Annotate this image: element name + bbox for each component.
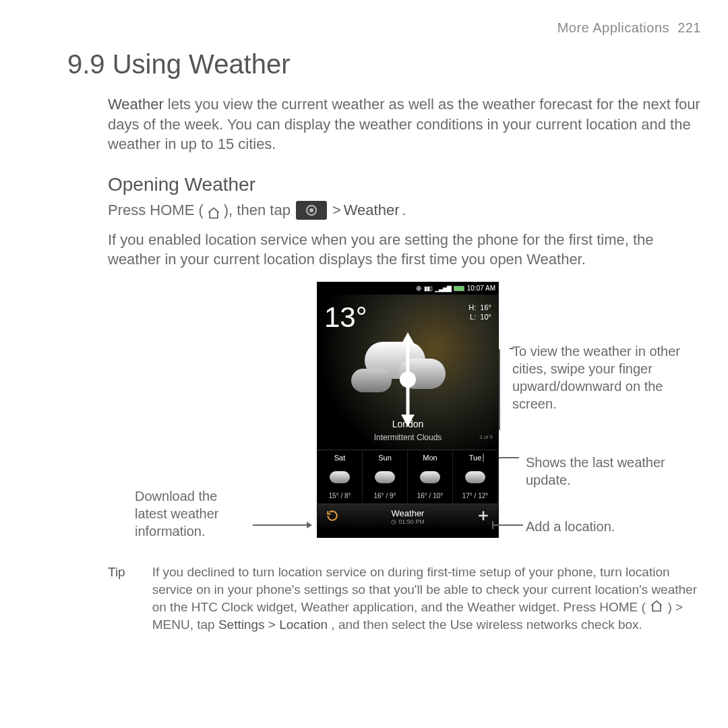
page-title: 9.9 Using Weather (67, 49, 701, 80)
fc-day: Tue (469, 453, 482, 463)
bottom-bar-title: Weather (391, 509, 425, 518)
statusbar-time: 10:07 AM (467, 284, 495, 293)
gps-icon: ⊕ (416, 284, 421, 293)
open-weather-instruction: Press HOME ( ), then tap > Weather. (108, 200, 701, 220)
forecast-day[interactable]: Tue 17° / 12° (453, 450, 498, 504)
txt: Press HOME ( (108, 200, 204, 220)
callout-swipe: To view the weather in other cities, swi… (512, 342, 681, 413)
last-update-time: 01:50 PM (398, 519, 425, 526)
running-header: More Applications 221 (67, 20, 701, 36)
subheading-opening-weather: Opening Weather (108, 172, 701, 198)
phone-screenshot: ⊕ ▮▮▯ ▁▃▅▇ 10:07 AM 13° H: 16° L: 10° Lo (317, 282, 499, 538)
txt: > (332, 200, 341, 220)
fc-temp: 17° / 12° (462, 491, 489, 501)
leader-line (483, 454, 484, 462)
leader-line (499, 349, 500, 430)
signal-bars-icon: ▁▃▅▇ (435, 284, 451, 293)
cloud-icon (375, 471, 395, 483)
hi-label: H: (468, 303, 476, 311)
forecast-row: Sat 15° / 8° Sun 16° / 9° Mon 16° / 10° (317, 450, 498, 504)
txt: , and then select the Use wireless netwo… (331, 617, 642, 632)
signal-icon: ▮▮▯ (424, 284, 432, 293)
refresh-icon[interactable] (326, 508, 339, 528)
txt: ), then tap (224, 200, 291, 220)
fc-day: Mon (423, 453, 437, 463)
hi-val: 16° (480, 303, 491, 311)
page-number: 221 (677, 20, 701, 35)
fc-temp: 16° / 10° (417, 491, 444, 501)
cloud-icon (465, 471, 485, 483)
cloud-icon (330, 471, 350, 483)
leader-line (492, 524, 523, 526)
current-temp: 13° (324, 299, 367, 337)
leader-line (253, 524, 311, 526)
weather-description: Intermittent Clouds (317, 432, 498, 443)
add-location-icon[interactable] (477, 508, 490, 528)
clock-icon: ◷ (391, 519, 396, 526)
txt: If you declined to turn location service… (152, 565, 697, 614)
fc-day: Sat (334, 453, 346, 463)
fc-temp: 16° / 9° (373, 491, 396, 501)
home-icon (649, 599, 664, 613)
txt: . (402, 200, 406, 220)
cloud-icon (351, 369, 392, 392)
callout-last-update: Shows the last weather update. (526, 454, 694, 489)
weather-figure: ⊕ ▮▮▯ ▁▃▅▇ 10:07 AM 13° H: 16° L: 10° Lo (108, 282, 701, 551)
section-name: More Applications (557, 20, 669, 35)
leader-line (492, 521, 493, 529)
fc-temp: 15° / 8° (328, 491, 351, 501)
settings-location-path: Settings > Location (218, 617, 328, 632)
leader-line (499, 457, 519, 458)
lo-val: 10° (480, 313, 491, 321)
leader-line (510, 348, 514, 349)
callout-add-location: Add a location. (526, 518, 674, 535)
tip-body: If you declined to turn location service… (152, 564, 701, 634)
bottom-bar-center: Weather ◷01:50 PM (391, 509, 425, 525)
city-counter: 3 of 5 (479, 434, 493, 442)
intro-paragraph: Weather lets you view the current weathe… (108, 94, 701, 154)
tip-block: Tip If you declined to turn location ser… (108, 564, 701, 634)
fc-day: Sun (378, 453, 392, 463)
weather-main-pane[interactable]: 13° H: 16° L: 10° London Intermittent Cl… (317, 295, 498, 450)
cloud-icon (420, 471, 440, 483)
location-paragraph: If you enabled location service when you… (108, 230, 701, 270)
forecast-day[interactable]: Sat 15° / 8° (317, 450, 363, 504)
hi-lo: H: 16° L: 10° (468, 303, 491, 322)
weather-label: Weather (344, 200, 400, 220)
battery-icon (454, 286, 464, 291)
weather-bottom-bar: Weather ◷01:50 PM (317, 504, 498, 530)
forecast-day[interactable]: Mon 16° / 10° (408, 450, 453, 504)
status-bar: ⊕ ▮▮▯ ▁▃▅▇ 10:07 AM (317, 282, 498, 295)
all-apps-icon (296, 201, 327, 220)
cloud-icon (398, 359, 446, 389)
tip-label: Tip (108, 564, 125, 634)
callout-download: Download the latest weather information. (135, 487, 249, 540)
forecast-day[interactable]: Sun 16° / 9° (363, 450, 408, 504)
city-name: London (317, 418, 498, 431)
lo-label: L: (470, 313, 476, 321)
home-icon (206, 205, 221, 218)
intro-lead: Weather (108, 96, 164, 113)
intro-rest: lets you view the current weather as wel… (108, 96, 700, 152)
